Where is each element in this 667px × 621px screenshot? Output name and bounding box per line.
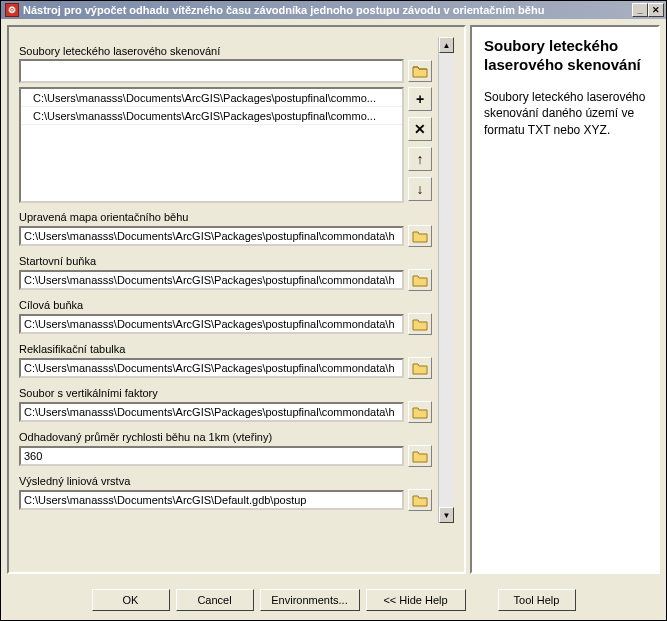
lidar-files-label: Soubory leteckého laserového skenování [19, 45, 432, 57]
app-icon: ⚙ [5, 3, 19, 17]
scroll-up-button[interactable]: ▲ [439, 37, 454, 53]
window-title: Nástroj pro výpočet odhadu vítězného čas… [23, 4, 628, 16]
speed-label: Odhadovaný průměr rychlosti běhu na 1km … [19, 431, 432, 443]
map-label: Upravená mapa orientačního běhu [19, 211, 432, 223]
help-body: Soubory leteckého laserového skenování d… [484, 89, 646, 139]
close-button[interactable]: ✕ [648, 3, 664, 17]
goal-input[interactable] [19, 314, 404, 334]
browse-speed-button[interactable] [408, 445, 432, 467]
folder-icon [412, 317, 428, 331]
folder-icon [412, 64, 428, 78]
list-item[interactable]: C:\Users\manasss\Documents\ArcGIS\Packag… [21, 107, 402, 125]
scrollbar[interactable]: ▲ ▼ [438, 37, 454, 523]
browse-goal-button[interactable] [408, 313, 432, 335]
tool-dialog-window: ⚙ Nástroj pro výpočet odhadu vítězného č… [0, 0, 667, 621]
parameters-pane: Soubory leteckého laserového skenování C… [7, 25, 466, 574]
browse-reclass-button[interactable] [408, 357, 432, 379]
lidar-path-input[interactable] [19, 59, 404, 83]
folder-icon [412, 449, 428, 463]
tool-help-button[interactable]: Tool Help [498, 589, 576, 611]
folder-icon [412, 493, 428, 507]
add-item-button[interactable]: + [408, 87, 432, 111]
ok-button[interactable]: OK [92, 589, 170, 611]
content-area: Soubory leteckého laserového skenování C… [1, 19, 666, 580]
scroll-down-button[interactable]: ▼ [439, 507, 454, 523]
vfactor-input[interactable] [19, 402, 404, 422]
chevron-down-icon: ▼ [443, 511, 451, 520]
browse-start-button[interactable] [408, 269, 432, 291]
list-item[interactable]: C:\Users\manasss\Documents\ArcGIS\Packag… [21, 89, 402, 107]
help-title: Soubory leteckého laserového skenování [484, 37, 646, 75]
move-up-button[interactable]: ↑ [408, 147, 432, 171]
browse-vfactor-button[interactable] [408, 401, 432, 423]
button-bar: OK Cancel Environments... << Hide Help T… [1, 580, 666, 620]
arrow-up-icon: ↑ [417, 151, 424, 167]
cancel-button[interactable]: Cancel [176, 589, 254, 611]
output-input[interactable] [19, 490, 404, 510]
remove-item-button[interactable]: ✕ [408, 117, 432, 141]
titlebar: ⚙ Nástroj pro výpočet odhadu vítězného č… [1, 1, 666, 19]
browse-map-button[interactable] [408, 225, 432, 247]
help-pane: Soubory leteckého laserového skenování S… [470, 25, 660, 574]
hide-help-button[interactable]: << Hide Help [366, 589, 466, 611]
chevron-up-icon: ▲ [443, 41, 451, 50]
folder-icon [412, 361, 428, 375]
folder-icon [412, 229, 428, 243]
folder-icon [412, 405, 428, 419]
minimize-button[interactable]: _ [632, 3, 648, 17]
start-label: Startovní buňka [19, 255, 432, 267]
browse-lidar-button[interactable] [408, 60, 432, 82]
speed-input[interactable] [19, 446, 404, 466]
plus-icon: + [416, 91, 424, 107]
vfactor-label: Soubor s vertikálními faktory [19, 387, 432, 399]
lidar-files-list[interactable]: C:\Users\manasss\Documents\ArcGIS\Packag… [19, 87, 404, 203]
move-down-button[interactable]: ↓ [408, 177, 432, 201]
map-input[interactable] [19, 226, 404, 246]
browse-output-button[interactable] [408, 489, 432, 511]
scroll-thumb[interactable] [439, 53, 454, 507]
start-input[interactable] [19, 270, 404, 290]
output-label: Výsledný liniová vrstva [19, 475, 432, 487]
folder-icon [412, 273, 428, 287]
environments-button[interactable]: Environments... [260, 589, 360, 611]
reclass-input[interactable] [19, 358, 404, 378]
arrow-down-icon: ↓ [417, 181, 424, 197]
goal-label: Cílová buňka [19, 299, 432, 311]
reclass-label: Reklasifikační tabulka [19, 343, 432, 355]
remove-icon: ✕ [414, 121, 426, 137]
